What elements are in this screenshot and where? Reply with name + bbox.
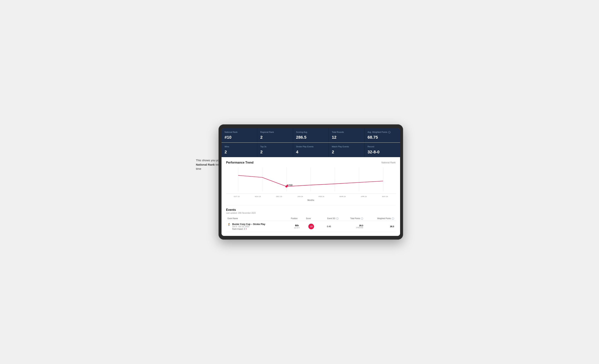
stat-regional-rank-label: Regional Rank	[260, 131, 290, 133]
stat-record: Record 32-8-0	[364, 143, 400, 157]
events-section: Events Last updated: 24th November 2023 …	[226, 205, 396, 232]
event-name-cell: 🏌 Buster Cozy Cup – Stroke Play Oct 9 - …	[226, 221, 289, 232]
stats-header-row1: National Rank #10 Regional Rank 2 Scorin…	[221, 128, 400, 142]
x-label-feb24: FEB 24	[311, 195, 332, 197]
perf-trend-header: Performance Trend National Rank	[226, 161, 396, 164]
info-icon-total-points[interactable]: i	[361, 217, 363, 220]
x-label-oct23: OCT 23	[226, 195, 247, 197]
score-badge: -22	[308, 224, 314, 229]
stat-avg-weighted: Avg. Weighted Points i 68.75	[364, 128, 400, 142]
th-position: Position	[289, 216, 304, 221]
stat-regional-rank: Regional Rank 2	[257, 128, 293, 142]
stat-match-play: Match Play Events 2	[329, 143, 364, 157]
stat-stroke-play-label: Stroke Play Events	[296, 145, 326, 148]
stat-top3s: Top 3s 2	[257, 143, 293, 157]
stat-record-label: Record	[368, 145, 397, 148]
th-event-sg: Event SG i	[318, 216, 340, 221]
event-rank-impact: Rank Impact: 3 ▼	[232, 228, 265, 230]
table-header-row: Event Name Position Score Event SG i Tot…	[226, 216, 396, 221]
events-last-updated: Last updated: 24th November 2023	[226, 212, 396, 214]
th-event-name: Event Name	[226, 216, 289, 221]
x-label-dec23: DEC 23	[268, 195, 290, 197]
svg-point-10	[287, 185, 288, 186]
stat-scoring-avg: Scoring Avg. 286.5	[293, 128, 329, 142]
stat-scoring-avg-value: 286.5	[296, 135, 326, 140]
stats-header-row2: Wins 2 Top 3s 2 Stroke Play Events 4 Mat…	[221, 143, 400, 157]
event-weighted-points: 28.3	[365, 221, 396, 232]
stat-stroke-play-value: 4	[296, 150, 326, 154]
info-icon-weighted-points[interactable]: i	[392, 217, 394, 220]
stat-avg-weighted-label: Avg. Weighted Points i	[368, 131, 397, 133]
tablet-screen: National Rank #10 Regional Rank 2 Scorin…	[221, 128, 400, 236]
event-total-points: 28.3 3 Rounds	[340, 221, 365, 232]
event-position: 6th out of 7	[289, 221, 304, 232]
event-score: -22	[304, 221, 318, 232]
stat-match-play-label: Match Play Events	[332, 145, 361, 148]
stat-top3s-label: Top 3s	[260, 145, 290, 148]
stat-scoring-avg-label: Scoring Avg.	[296, 131, 326, 133]
svg-text:#10: #10	[289, 184, 292, 186]
events-table: Event Name Position Score Event SG i Tot…	[226, 216, 396, 232]
stat-national-rank-label: National Rank	[225, 131, 254, 133]
stat-wins-value: 2	[225, 150, 254, 154]
stat-total-rounds-value: 12	[332, 135, 361, 140]
stat-match-play-value: 2	[332, 150, 361, 154]
perf-trend-subtitle: National Rank	[381, 161, 396, 164]
stat-top3s-value: 2	[260, 150, 290, 154]
event-date: Oct 9 - Oct 10, 2023	[232, 225, 265, 228]
x-label-nov23: NOV 23	[247, 195, 269, 197]
stat-regional-rank-value: 2	[260, 135, 290, 140]
stat-wins-label: Wins	[225, 145, 254, 148]
chart-x-axis-title: Months	[226, 199, 396, 201]
x-label-mar24: MAR 24	[332, 195, 353, 197]
stat-national-rank: National Rank #10	[221, 128, 257, 142]
th-total-points: Total Points i	[340, 216, 365, 221]
info-icon-event-sg[interactable]: i	[336, 217, 338, 220]
events-title: Events	[226, 208, 396, 212]
stat-national-rank-value: #10	[225, 135, 254, 140]
th-weighted-points: Weighted Points i	[365, 216, 396, 221]
info-icon-weighted[interactable]: i	[388, 131, 390, 133]
stat-stroke-play: Stroke Play Events 4	[293, 143, 329, 157]
outer-wrapper: This shows you your National Rank trend …	[196, 124, 403, 240]
th-score: Score	[304, 216, 318, 221]
perf-trend-title: Performance Trend	[226, 161, 254, 164]
stat-record-value: 32-8-0	[368, 150, 397, 154]
stat-total-rounds-label: Total Rounds	[332, 131, 361, 133]
tablet-device: National Rank #10 Regional Rank 2 Scorin…	[219, 124, 403, 240]
chart-x-labels: OCT 23 NOV 23 DEC 23 JAN 24 FEB 24 MAR 2…	[226, 195, 396, 198]
x-label-may24: MAY 24	[374, 195, 396, 197]
table-row: 🏌 Buster Cozy Cup – Stroke Play Oct 9 - …	[226, 221, 396, 232]
performance-chart: #10	[226, 167, 396, 194]
content-area: Performance Trend National Rank	[221, 157, 400, 236]
stat-avg-weighted-value: 68.75	[368, 135, 397, 140]
rank-impact-down-icon: ▼	[246, 228, 247, 230]
x-label-jan24: JAN 24	[290, 195, 311, 197]
event-sg: 0.45	[318, 221, 340, 232]
x-label-apr24: APR 24	[353, 195, 374, 197]
stat-total-rounds: Total Rounds 12	[329, 128, 364, 142]
event-name: Buster Cozy Cup – Stroke Play	[232, 223, 265, 225]
event-icon: 🏌	[228, 223, 231, 226]
stat-wins: Wins 2	[221, 143, 257, 157]
